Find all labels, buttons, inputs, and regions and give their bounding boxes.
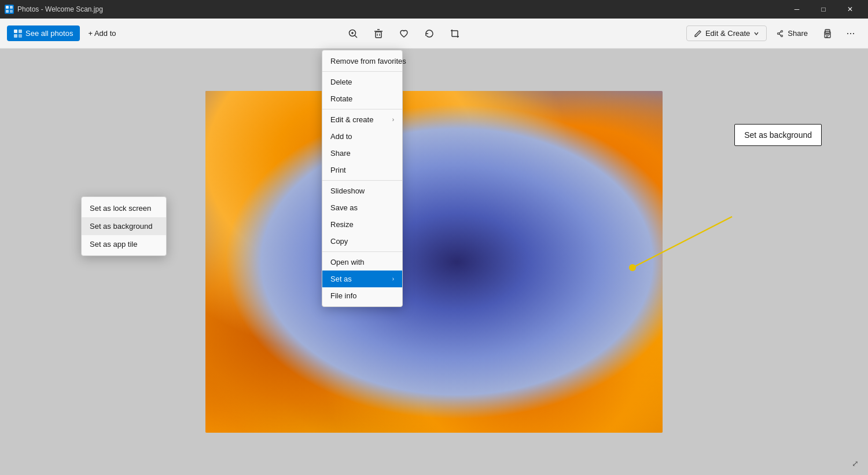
svg-line-21 <box>779 31 781 33</box>
window-title: Photos - Welcome Scan.jpg <box>17 5 103 13</box>
edit-create-button[interactable]: Edit & Create <box>686 25 767 41</box>
photo-image <box>205 91 663 433</box>
svg-rect-26 <box>826 36 828 37</box>
context-item-print[interactable]: Print <box>322 162 402 178</box>
context-item-edit-create[interactable]: Edit & create › <box>322 111 402 128</box>
svg-rect-6 <box>14 34 17 38</box>
separator-1 <box>322 71 402 72</box>
crop-button[interactable] <box>444 23 465 44</box>
context-item-set-as[interactable]: Set as › <box>322 271 402 287</box>
context-item-save-as[interactable]: Save as <box>322 199 402 216</box>
print-button[interactable] <box>817 23 838 44</box>
separator-3 <box>322 180 402 181</box>
chevron-down-icon <box>753 31 759 36</box>
context-item-delete[interactable]: Delete <box>322 74 402 90</box>
submenu-item-lock-screen[interactable]: Set as lock screen <box>82 199 166 217</box>
context-item-rotate[interactable]: Rotate <box>322 90 402 107</box>
resize-handle[interactable]: ⤢ <box>852 459 859 468</box>
svg-rect-25 <box>826 35 829 36</box>
share-icon <box>776 30 784 38</box>
minimize-button[interactable]: ─ <box>784 0 810 19</box>
toolbar-left: See all photos + Add to <box>7 25 122 41</box>
app-icon <box>5 5 14 14</box>
crop-icon <box>450 28 460 39</box>
see-all-label: See all photos <box>25 29 73 38</box>
add-to-button[interactable]: + Add to <box>82 25 122 41</box>
title-bar: Photos - Welcome Scan.jpg ─ □ ✕ <box>0 0 868 19</box>
photos-icon <box>14 30 22 38</box>
favorite-button[interactable] <box>393 23 414 44</box>
share-button[interactable]: Share <box>769 26 815 41</box>
separator-2 <box>322 109 402 109</box>
title-bar-left: Photos - Welcome Scan.jpg <box>5 5 103 14</box>
context-item-remove-favorites[interactable]: Remove from favorites <box>322 53 402 70</box>
see-all-photos-button[interactable]: See all photos <box>7 25 80 41</box>
svg-rect-7 <box>19 34 22 38</box>
context-item-slideshow[interactable]: Slideshow <box>322 182 402 199</box>
rotate-icon <box>424 28 435 39</box>
chevron-right-icon: › <box>392 116 394 123</box>
print-icon <box>822 28 833 39</box>
zoom-in-button[interactable] <box>343 23 363 44</box>
edit-icon <box>694 30 702 38</box>
svg-rect-3 <box>10 10 13 13</box>
photo-display <box>205 91 663 433</box>
svg-rect-0 <box>6 6 9 9</box>
more-options-button[interactable]: ··· <box>840 23 861 44</box>
callout-label: Set as background <box>744 130 812 140</box>
context-item-file-info[interactable]: File info <box>322 287 402 304</box>
rotate-button[interactable] <box>419 23 440 44</box>
edit-create-label: Edit & Create <box>705 29 750 38</box>
context-item-add-to[interactable]: Add to <box>322 128 402 145</box>
toolbar-center <box>343 23 465 44</box>
delete-icon <box>373 28 384 39</box>
share-label: Share <box>788 29 808 38</box>
context-item-open-with[interactable]: Open with <box>322 254 402 271</box>
zoom-in-icon <box>348 28 358 39</box>
chevron-right-active-icon: › <box>392 276 394 282</box>
svg-rect-4 <box>14 30 17 33</box>
context-item-copy[interactable]: Copy <box>322 233 402 250</box>
svg-rect-5 <box>19 30 22 33</box>
close-button[interactable]: ✕ <box>837 0 863 19</box>
svg-rect-1 <box>10 6 13 9</box>
callout-tooltip: Set as background <box>734 124 822 146</box>
context-item-share[interactable]: Share <box>322 145 402 162</box>
submenu: Set as lock screen Set as background Set… <box>81 196 167 256</box>
svg-rect-2 <box>6 10 9 13</box>
context-menu: Remove from favorites Delete Rotate Edit… <box>322 50 403 307</box>
submenu-item-app-tile[interactable]: Set as app tile <box>82 235 166 253</box>
svg-line-11 <box>355 35 357 38</box>
toolbar: See all photos + Add to <box>0 19 868 49</box>
maximize-button[interactable]: □ <box>810 0 837 19</box>
submenu-item-background[interactable]: Set as background <box>82 217 166 235</box>
heart-icon <box>399 28 409 39</box>
main-area: Remove from favorites Delete Rotate Edit… <box>0 49 868 475</box>
svg-line-22 <box>779 34 781 35</box>
toolbar-right: Edit & Create Share <box>686 23 861 44</box>
context-item-resize[interactable]: Resize <box>322 216 402 233</box>
add-to-label: + Add to <box>88 29 116 38</box>
delete-button[interactable] <box>368 23 389 44</box>
more-icon: ··· <box>846 27 855 39</box>
svg-rect-12 <box>376 32 381 38</box>
title-bar-controls: ─ □ ✕ <box>784 0 863 19</box>
separator-4 <box>322 251 402 252</box>
